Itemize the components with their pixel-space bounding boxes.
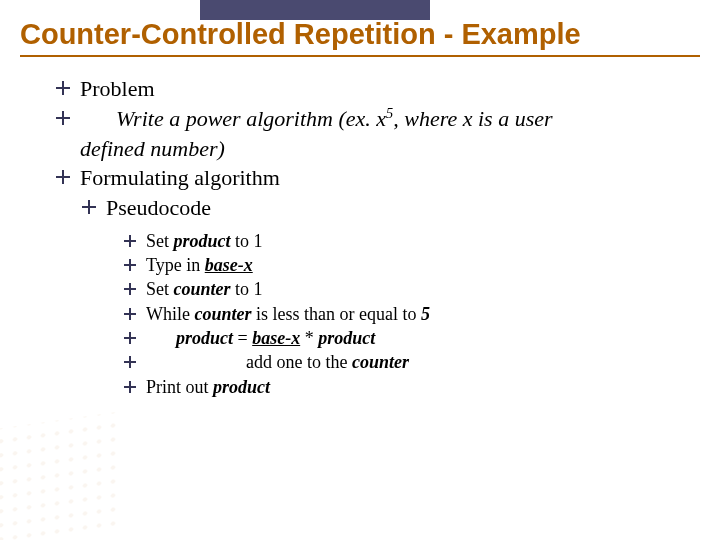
text-pseudocode: Pseudocode <box>106 193 211 223</box>
bullet-problem: Problem <box>56 74 690 104</box>
text-write-algorithm-cont: defined number) <box>80 134 690 164</box>
diamond-bullet-icon <box>56 170 70 184</box>
pseudo-set-counter: Set counter to 1 <box>124 277 690 301</box>
diamond-bullet-icon <box>82 200 96 214</box>
pseudo-increment: add one to the counter <box>124 350 690 374</box>
pseudo-set-product: Set product to 1 <box>124 229 690 253</box>
text-formulating: Formulating algorithm <box>80 163 280 193</box>
decorative-dots <box>0 412 120 540</box>
text-problem: Problem <box>80 74 155 104</box>
slide-title: Counter-Controlled Repetition - Example <box>20 18 700 57</box>
diamond-bullet-icon <box>124 259 136 271</box>
pseudo-print: Print out product <box>124 375 690 399</box>
slide-body: Problem Write a power algorithm (ex. x5,… <box>56 74 690 399</box>
pseudo-assign: product = base-x * product <box>124 326 690 350</box>
diamond-bullet-icon <box>124 356 136 368</box>
pseudo-type-basex: Type in base-x <box>124 253 690 277</box>
diamond-bullet-icon <box>56 111 70 125</box>
text-write-algorithm: Write a power algorithm (ex. x5, where x… <box>80 104 553 134</box>
bullet-write-algorithm: Write a power algorithm (ex. x5, where x… <box>56 104 690 134</box>
diamond-bullet-icon <box>124 308 136 320</box>
diamond-bullet-icon <box>56 81 70 95</box>
diamond-bullet-icon <box>124 332 136 344</box>
diamond-bullet-icon <box>124 381 136 393</box>
bullet-formulating: Formulating algorithm <box>56 163 690 193</box>
pseudo-while: While counter is less than or equal to 5 <box>124 302 690 326</box>
slide: Counter-Controlled Repetition - Example … <box>0 0 720 540</box>
decorative-top-bar <box>200 0 430 20</box>
bullet-pseudocode: Pseudocode <box>82 193 690 223</box>
diamond-bullet-icon <box>124 235 136 247</box>
diamond-bullet-icon <box>124 283 136 295</box>
